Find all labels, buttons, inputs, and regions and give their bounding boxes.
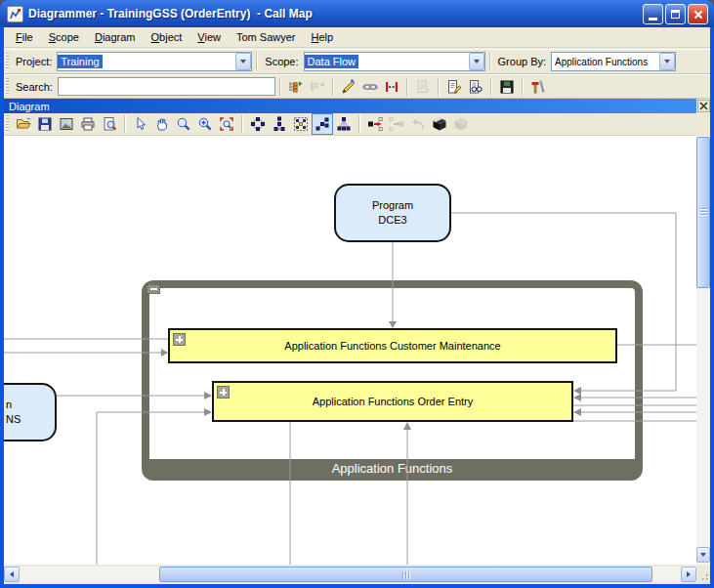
main-toolbar: Project: Training Scope: Data Flow Group… — [4, 49, 710, 74]
menu-view[interactable]: View — [189, 29, 229, 45]
node-label: DCE3 — [378, 213, 406, 228]
scope-label: Scope: — [265, 56, 298, 67]
diagram-toolbar — [4, 113, 696, 136]
toolbar-grip[interactable] — [6, 53, 9, 70]
menu-tom-sawyer[interactable]: Tom Sawyer — [229, 29, 304, 45]
project-value: Training — [58, 55, 102, 68]
menu-file[interactable]: File — [8, 29, 41, 45]
zoom-area-icon[interactable] — [216, 113, 237, 135]
resize-grip[interactable] — [696, 567, 710, 582]
pan-icon[interactable] — [151, 113, 173, 135]
expand-tree-icon[interactable] — [285, 76, 307, 98]
project-label: Project: — [16, 56, 52, 67]
drill-up-icon — [386, 113, 407, 135]
edit-document-icon[interactable] — [443, 76, 465, 98]
scroll-left-icon[interactable] — [4, 567, 20, 582]
scroll-right-icon[interactable] — [681, 567, 696, 582]
expand-button[interactable] — [217, 386, 230, 399]
zoom-in-icon[interactable] — [194, 113, 216, 135]
node-label: Application Functions Customer Maintenan… — [284, 340, 500, 352]
horizontal-scrollbar-thumb[interactable] — [159, 567, 652, 582]
diagram-panel-title: Diagram — [9, 101, 50, 112]
export-image-icon[interactable] — [56, 113, 77, 135]
groupby-value: Application Functions — [552, 56, 651, 68]
print-preview-icon[interactable] — [99, 113, 120, 135]
search-label: Search: — [16, 81, 53, 93]
chevron-down-icon[interactable] — [469, 53, 484, 70]
groupby-label: Group By: — [498, 56, 547, 67]
chevron-down-icon[interactable] — [659, 53, 675, 70]
link-icon[interactable] — [359, 76, 381, 98]
collapse-tree-icon — [307, 76, 328, 98]
search-input[interactable] — [58, 77, 275, 96]
horizontal-scrollbar[interactable] — [4, 567, 696, 582]
diagram-canvas[interactable]: Application Functions — [4, 136, 696, 565]
print-icon[interactable] — [77, 113, 99, 135]
scope-value: Data Flow — [305, 55, 359, 68]
delete-icon — [450, 113, 472, 135]
groupby-combobox[interactable]: Application Functions — [551, 52, 676, 71]
save-icon[interactable] — [34, 113, 56, 135]
circular-layout-icon[interactable] — [247, 113, 269, 135]
node-customer-maintenance[interactable]: Application Functions Customer Maintenan… — [168, 328, 617, 363]
node-label: Application Functions Order Entry — [313, 396, 473, 407]
project-combobox[interactable]: Training — [57, 52, 252, 71]
impact-trace-icon[interactable] — [381, 76, 402, 98]
diagram-panel-caption[interactable]: Diagram — [4, 99, 696, 113]
grid-layout-icon[interactable] — [290, 113, 312, 135]
zoom-icon[interactable] — [173, 113, 194, 135]
collapse-button[interactable] — [147, 284, 160, 294]
node-program-dce3[interactable]: Program DCE3 — [334, 184, 451, 242]
node-order-entry[interactable]: Application Functions Order Entry — [212, 381, 573, 422]
vertical-scrollbar-thumb[interactable] — [696, 137, 710, 288]
node-label: NS — [6, 412, 21, 427]
scope-combobox[interactable]: Data Flow — [304, 52, 485, 71]
open-icon[interactable] — [13, 113, 34, 135]
toolbar-grip[interactable] — [6, 115, 9, 133]
search-toolbar: Search: — [4, 74, 710, 99]
vertical-scrollbar[interactable] — [696, 136, 710, 565]
save-icon[interactable] — [496, 76, 518, 98]
menu-scope[interactable]: Scope — [41, 29, 87, 45]
chevron-down-icon[interactable] — [235, 53, 251, 70]
undo-icon — [407, 113, 429, 135]
close-button[interactable] — [688, 4, 708, 24]
tools-icon[interactable] — [527, 76, 549, 98]
maximize-button[interactable] — [665, 4, 686, 24]
node-label: n — [6, 398, 21, 412]
menu-help[interactable]: Help — [304, 29, 342, 45]
symmetric-layout-icon[interactable] — [269, 113, 290, 135]
drill-down-icon[interactable] — [364, 113, 386, 135]
title-bar: Diagrammer - TrainingGSS (OrderEntry) - … — [0, 0, 714, 27]
node-label: Program — [372, 198, 413, 213]
menu-bar: File Scope Diagram Object View Tom Sawye… — [4, 27, 710, 48]
hierarchical-layout-icon[interactable] — [312, 113, 333, 135]
expand-button[interactable] — [173, 333, 186, 346]
package-icon[interactable] — [429, 113, 450, 135]
client-area: File Scope Diagram Object View Tom Sawye… — [4, 27, 710, 584]
tree-layout-icon[interactable] — [333, 113, 355, 135]
assign-icon[interactable] — [338, 76, 359, 98]
select-icon[interactable] — [130, 113, 151, 135]
toolbar-grip[interactable] — [6, 78, 9, 96]
view-document-icon[interactable] — [465, 76, 486, 98]
diagram-close-icon[interactable] — [697, 100, 710, 112]
minimize-button[interactable] — [643, 4, 663, 24]
window-title: Diagrammer - TrainingGSS (OrderEntry) - … — [28, 7, 313, 21]
copy-icon — [412, 76, 434, 98]
scroll-down-icon[interactable] — [696, 547, 710, 563]
app-window: Diagrammer - TrainingGSS (OrderEntry) - … — [0, 0, 714, 588]
app-icon — [7, 6, 23, 22]
menu-object[interactable]: Object — [144, 29, 190, 45]
menu-diagram[interactable]: Diagram — [87, 29, 144, 45]
node-program-partial[interactable]: n NS — [4, 383, 57, 441]
